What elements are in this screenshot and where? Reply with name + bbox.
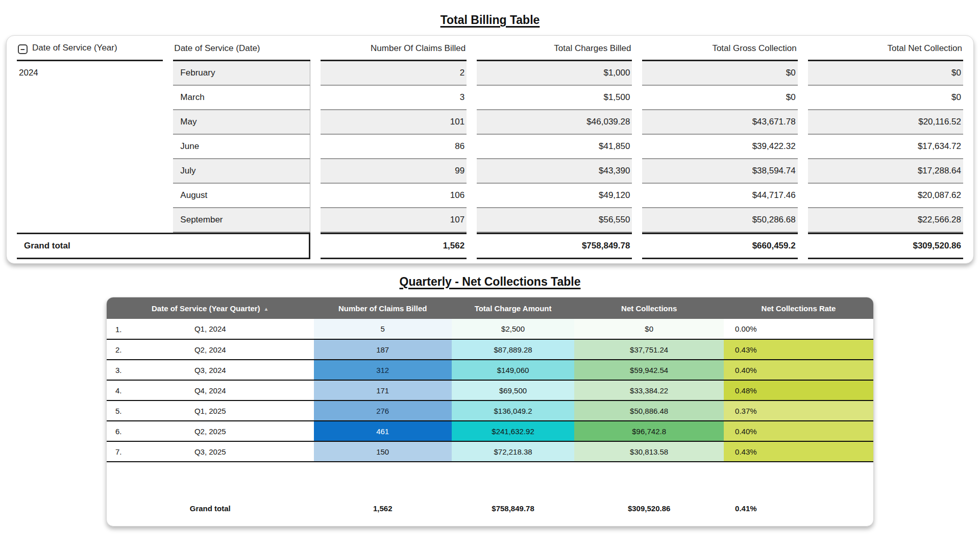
table-row: 7. Q3, 2025 150 $72,218.38 $30,813.58 0.… (107, 441, 873, 462)
grand-total-label: Grand total (107, 462, 314, 518)
gross-cell: $50,286.68 (642, 208, 797, 233)
table-row: 4. Q4, 2024 171 $69,500 $33,384.22 0.48% (107, 380, 873, 400)
quarterly-table: Date of Service (Year Quarter)▲ Number o… (107, 297, 873, 518)
net-heat-cell: $30,813.58 (574, 441, 724, 462)
charge-heat-cell: $149,060 (452, 360, 574, 380)
quarter-cell: 2. Q2, 2024 (107, 339, 314, 360)
charges-cell: $56,550 (477, 208, 632, 233)
month-cell: March (173, 86, 310, 110)
charge-heat-cell: $136,049.2 (452, 400, 574, 421)
rate-heat-cell: 0.40% (724, 360, 873, 380)
month-cell: May (173, 110, 310, 135)
charge-heat-cell: $87,889.28 (452, 339, 574, 360)
charges-cell: $41,850 (477, 135, 632, 159)
gross-cell: $39,422.32 (642, 135, 797, 159)
charges-cell: $49,120 (477, 184, 632, 208)
table-row: 5. Q1, 2025 276 $136,049.2 $50,886.48 0.… (107, 400, 873, 421)
table-row: 2. Q2, 2024 187 $87,889.28 $37,751.24 0.… (107, 339, 873, 360)
grand-total-label: Grand total (17, 233, 310, 259)
month-cell: July (173, 159, 310, 184)
billing-header-year[interactable]: −Date of Service (Year) (17, 36, 163, 61)
quarter-cell: 7. Q3, 2025 (107, 441, 314, 462)
quarterly-header-charge[interactable]: Total Charge Amount (452, 297, 574, 319)
row-index: 6. (115, 427, 122, 436)
quarterly-header-rate[interactable]: Net Collections Rate (724, 297, 873, 319)
row-index: 7. (115, 447, 122, 456)
net-cell: $17,634.72 (808, 135, 963, 159)
charge-heat-cell: $72,218.38 (452, 441, 574, 462)
claims-cell: 107 (321, 208, 467, 233)
billing-header-net[interactable]: Total Net Collection (808, 36, 963, 61)
collapse-minus-icon[interactable]: − (18, 44, 28, 54)
billing-header-date[interactable]: Date of Service (Date) (173, 36, 310, 61)
quarter-label: Q3, 2024 (194, 366, 226, 374)
grand-total-row: Grand total 1,562 $758,849.78 $660,459.2… (17, 233, 963, 259)
claims-cell: 2 (321, 61, 467, 86)
sort-ascending-icon: ▲ (264, 306, 269, 312)
claims-cell: 3 (321, 86, 467, 110)
net-heat-cell: $0 (574, 319, 724, 339)
net-heat-cell: $33,384.22 (574, 380, 724, 400)
quarter-label: Q2, 2024 (194, 345, 226, 354)
net-heat-cell: $59,942.54 (574, 360, 724, 380)
quarterly-header-net[interactable]: Net Collections (574, 297, 724, 319)
quarter-label: Q1, 2025 (194, 407, 226, 415)
month-cell: June (173, 135, 310, 159)
billing-header-charges[interactable]: Total Charges Billed (477, 36, 632, 61)
table-row: 2024 February 2 $1,000 $0 $0 (17, 61, 963, 86)
row-index: 2. (115, 345, 122, 354)
grand-total-claims: 1,562 (314, 462, 452, 518)
report-page: Total Billing Table −Date of Service (Ye… (0, 0, 980, 527)
billing-table-title: Total Billing Table (0, 0, 980, 27)
rate-heat-cell: 0.00% (724, 319, 873, 339)
claims-heat-cell: 276 (314, 400, 452, 421)
billing-header-year-label: Date of Service (Year) (32, 43, 117, 53)
net-heat-cell: $50,886.48 (574, 400, 724, 421)
gross-cell: $0 (642, 61, 797, 86)
quarter-cell: 4. Q4, 2024 (107, 380, 314, 400)
quarterly-header-row: Date of Service (Year Quarter)▲ Number o… (107, 297, 873, 319)
gross-cell: $0 (642, 86, 797, 110)
quarter-label: Q2, 2025 (194, 427, 226, 436)
net-cell: $20,087.62 (808, 184, 963, 208)
claims-heat-cell: 5 (314, 319, 452, 339)
grand-total-rate: 0.41% (724, 462, 873, 518)
charges-cell: $46,039.28 (477, 110, 632, 135)
row-index: 1. (115, 324, 122, 333)
quarterly-table-card: Date of Service (Year Quarter)▲ Number o… (106, 297, 874, 527)
gross-cell: $44,717.46 (642, 184, 797, 208)
billing-table: −Date of Service (Year) Date of Service … (7, 36, 973, 259)
gross-cell: $38,594.74 (642, 159, 797, 184)
quarterly-header-quarter[interactable]: Date of Service (Year Quarter)▲ (107, 297, 314, 319)
grand-total-net: $309,520.86 (574, 462, 724, 518)
grand-total-gross: $660,459.2 (642, 233, 797, 259)
row-index: 5. (115, 407, 122, 415)
table-row: 6. Q2, 2025 461 $241,632.92 $96,742.8 0.… (107, 421, 873, 441)
billing-header-claims[interactable]: Number Of Claims Billed (321, 36, 467, 61)
claims-heat-cell: 312 (314, 360, 452, 380)
quarter-label: Q4, 2024 (194, 386, 226, 395)
quarterly-header-claims[interactable]: Number of Claims Billed (314, 297, 452, 319)
charge-heat-cell: $2,500 (452, 319, 574, 339)
gross-cell: $43,671.78 (642, 110, 797, 135)
rate-heat-cell: 0.43% (724, 339, 873, 360)
claims-heat-cell: 187 (314, 339, 452, 360)
rate-heat-cell: 0.48% (724, 380, 873, 400)
grand-total-charge: $758,849.78 (452, 462, 574, 518)
row-index: 3. (115, 366, 122, 374)
charge-heat-cell: $69,500 (452, 380, 574, 400)
row-index: 4. (115, 386, 122, 395)
year-cell: 2024 (17, 61, 163, 233)
charges-cell: $1,000 (477, 61, 632, 86)
quarter-cell: 6. Q2, 2025 (107, 421, 314, 441)
month-cell: September (173, 208, 310, 233)
quarterly-header-quarter-label: Date of Service (Year Quarter) (152, 304, 260, 313)
charges-cell: $1,500 (477, 86, 632, 110)
month-cell: August (173, 184, 310, 208)
table-row: 3. Q3, 2024 312 $149,060 $59,942.54 0.40… (107, 360, 873, 380)
quarter-label: Q1, 2024 (194, 324, 226, 333)
rate-heat-cell: 0.37% (724, 400, 873, 421)
charge-heat-cell: $241,632.92 (452, 421, 574, 441)
charges-cell: $43,390 (477, 159, 632, 184)
billing-header-gross[interactable]: Total Gross Collection (642, 36, 797, 61)
